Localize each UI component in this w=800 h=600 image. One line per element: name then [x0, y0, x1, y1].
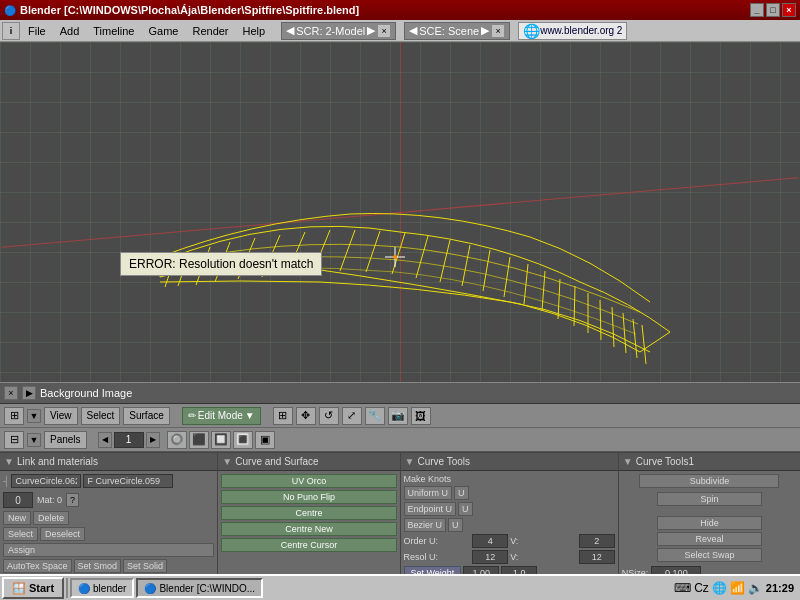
tray-icon-5[interactable]: 🔊	[748, 581, 763, 595]
lm-title: Link and materials	[17, 456, 98, 467]
panels-arrow[interactable]: ▼	[27, 433, 41, 447]
snap-btn[interactable]: 🔧	[365, 407, 385, 425]
ct-header: ▼ Curve Tools	[401, 453, 618, 471]
taskbar-item-1[interactable]: 🔵 blender	[70, 578, 134, 598]
setsolid-btn[interactable]: Set Solid	[123, 559, 167, 573]
page-input[interactable]	[114, 432, 144, 448]
resol-v-label: V:	[510, 552, 577, 562]
menu-timeline[interactable]: Timeline	[87, 23, 140, 39]
tb2-icon1[interactable]: 🔘	[167, 431, 187, 449]
page-prev[interactable]: ◀	[98, 432, 112, 448]
maximize-button[interactable]: □	[766, 3, 780, 17]
order-u-val[interactable]	[472, 534, 508, 548]
resol-u-label: Resol U:	[404, 552, 471, 562]
delete-btn[interactable]: Delete	[33, 511, 69, 525]
subdivide-btn[interactable]: Subdivide	[639, 474, 779, 488]
ct-title: Curve Tools	[417, 456, 470, 467]
tb2-icon2[interactable]: ⬛	[189, 431, 209, 449]
bg-image-label: Background Image	[40, 387, 132, 399]
tb2-icon3[interactable]: 🔲	[211, 431, 231, 449]
mode-label: Edit Mode	[198, 410, 243, 421]
bg-arrow-btn[interactable]: ▶	[22, 386, 36, 400]
page-next[interactable]: ▶	[146, 432, 160, 448]
error-message: ERROR: Resolution doesn't match	[129, 257, 313, 271]
select-swap-btn[interactable]: Select Swap	[657, 548, 762, 562]
title-bar-controls[interactable]: _ □ ×	[750, 3, 796, 17]
toolbar2: ⊟ ▼ Panels ◀ ▶ 🔘 ⬛ 🔲 🔳 ▣	[0, 428, 800, 452]
resol-v-val[interactable]	[579, 550, 615, 564]
close-button[interactable]: ×	[782, 3, 796, 17]
autotex-btn[interactable]: AutoTex Space	[3, 559, 72, 573]
blender-icon: 🔵	[4, 5, 16, 16]
3d-viewport[interactable]: ERROR: Resolution doesn't match	[0, 42, 800, 382]
scr-selector[interactable]: ◀ SCR: 2-Model ▶ ×	[281, 22, 396, 40]
assign-btn[interactable]: Assign	[3, 543, 214, 557]
start-button[interactable]: 🪟 Start	[2, 577, 64, 599]
order-v-val[interactable]	[579, 534, 615, 548]
u-btn3[interactable]: U	[448, 518, 463, 532]
view-menu[interactable]: View	[44, 407, 78, 425]
tray-icon-3[interactable]: 🌐	[712, 581, 727, 595]
select-btn[interactable]: Select	[3, 527, 38, 541]
tb2-icon5[interactable]: ▣	[255, 431, 275, 449]
menu-help[interactable]: Help	[237, 23, 272, 39]
scale-btn[interactable]: ⤢	[342, 407, 362, 425]
menu-bar: i File Add Timeline Game Render Help ◀ S…	[0, 20, 800, 42]
hide-btn[interactable]: Hide	[657, 516, 762, 530]
grab-btn[interactable]: ✥	[296, 407, 316, 425]
mat-num-field[interactable]	[3, 492, 33, 508]
bg-close-btn[interactable]: ×	[4, 386, 18, 400]
mode-icon: ✏	[188, 410, 196, 421]
tray-icon-1[interactable]: ⌨	[674, 581, 691, 595]
question-btn[interactable]: ?	[66, 493, 79, 507]
lm-arrow: ▼	[4, 456, 14, 467]
tray-icon-2[interactable]: Cz	[694, 581, 709, 595]
taskbar-item-2[interactable]: 🔵 Blender [C:\WINDO...	[136, 578, 263, 598]
centre-new-btn[interactable]: Centre New	[221, 522, 396, 536]
select-menu[interactable]: Select	[81, 407, 121, 425]
face-field[interactable]	[83, 474, 173, 488]
uv-orco-btn[interactable]: UV Orco	[221, 474, 396, 488]
widget-icon[interactable]: ⊞	[4, 407, 24, 425]
uniform-u-btn[interactable]: Uniform U	[404, 486, 453, 500]
panels-label[interactable]: Panels	[44, 431, 87, 449]
no-puno-flip-btn[interactable]: No Puno Flip	[221, 490, 396, 504]
u-btn1[interactable]: U	[454, 486, 469, 500]
menu-file[interactable]: File	[22, 23, 52, 39]
endpoint-u-btn[interactable]: Endpoint U	[404, 502, 457, 516]
clock: 21:29	[766, 582, 794, 594]
cs-title: Curve and Surface	[235, 456, 318, 467]
menu-render[interactable]: Render	[186, 23, 234, 39]
centre-btn[interactable]: Centre	[221, 506, 396, 520]
panels-icon[interactable]: ⊟	[4, 431, 24, 449]
centre-cursor-btn[interactable]: Centre Cursor	[221, 538, 396, 552]
curve-obj-field[interactable]	[11, 474, 81, 488]
blender-logo: i	[2, 22, 20, 40]
rotate-btn[interactable]: ↺	[319, 407, 339, 425]
tb2-icon4[interactable]: 🔳	[233, 431, 253, 449]
widget-arrow[interactable]: ▼	[27, 409, 41, 423]
render-btn[interactable]: 🖼	[411, 407, 431, 425]
deselect-btn[interactable]: Deselect	[40, 527, 85, 541]
new-btn[interactable]: New	[3, 511, 31, 525]
reveal-btn[interactable]: Reveal	[657, 532, 762, 546]
scr-close[interactable]: ×	[377, 24, 391, 38]
u-btn2[interactable]: U	[458, 502, 473, 516]
surface-menu[interactable]: Surface	[123, 407, 169, 425]
sce-selector[interactable]: ◀ SCE: Scene ▶ ×	[404, 22, 510, 40]
sce-close[interactable]: ×	[491, 24, 505, 38]
resol-u-val[interactable]	[472, 550, 508, 564]
mode-dropdown[interactable]: ✏ Edit Mode ▼	[182, 407, 261, 425]
grid-btn[interactable]: ⊞	[273, 407, 293, 425]
www-button[interactable]: 🌐 www.blender.org 2	[518, 22, 627, 40]
camera-btn[interactable]: 📷	[388, 407, 408, 425]
bezier-u-btn[interactable]: Bezier U	[404, 518, 447, 532]
minimize-button[interactable]: _	[750, 3, 764, 17]
smod-btn[interactable]: Set Smod	[74, 559, 122, 573]
tray-icon-4[interactable]: 📶	[730, 581, 745, 595]
mode-arrow: ▼	[245, 410, 255, 421]
menu-game[interactable]: Game	[142, 23, 184, 39]
sce-label: SCE: Scene	[419, 25, 479, 37]
spin-btn[interactable]: Spin	[657, 492, 762, 506]
menu-add[interactable]: Add	[54, 23, 86, 39]
